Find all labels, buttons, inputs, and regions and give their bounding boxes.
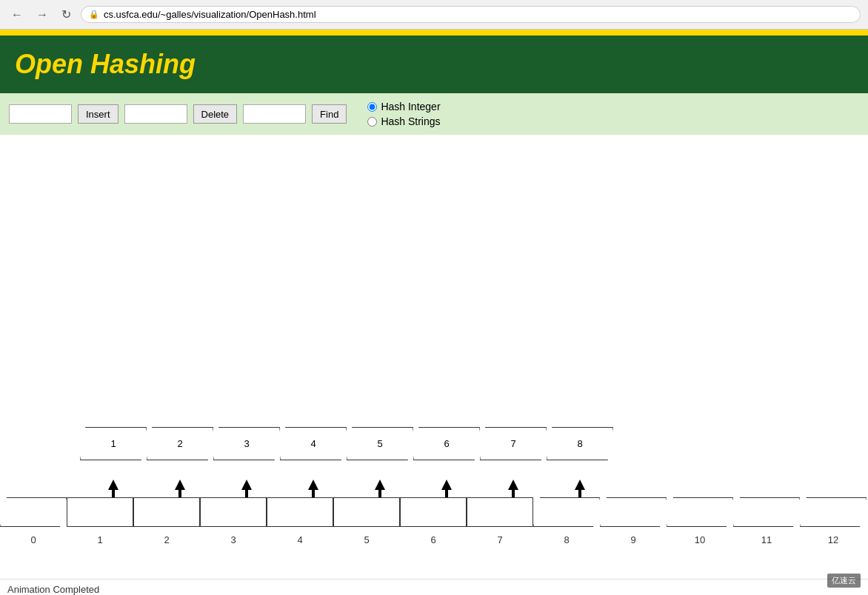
bucket-cell-4: 4 <box>280 427 347 460</box>
index-label-10: 10 <box>667 534 733 545</box>
cell-bg <box>667 497 733 527</box>
lock-icon: 🔒 <box>89 10 99 19</box>
arrow-up-icon <box>308 480 318 490</box>
bucket-label: 6 <box>444 438 449 449</box>
bucket-cell-1: 1 <box>80 427 147 460</box>
cell-bg <box>800 497 867 527</box>
delete-input[interactable] <box>124 104 187 124</box>
hash-cell-diag-8 <box>533 497 600 527</box>
page-title: Open Hashing <box>15 49 853 80</box>
arrow-up-icon <box>108 480 118 490</box>
bucket-label: 3 <box>244 438 249 449</box>
bucket-label: 7 <box>510 438 515 449</box>
arrow-up-icon <box>241 480 252 490</box>
arrow-cell-6 <box>413 480 480 490</box>
find-input[interactable] <box>243 104 306 124</box>
bucket-label: 1 <box>110 438 116 449</box>
index-label-11: 11 <box>733 534 800 545</box>
forward-button[interactable]: → <box>33 7 52 23</box>
arrow-cell-3 <box>213 480 280 490</box>
hash-strings-label[interactable]: Hash Strings <box>367 115 440 127</box>
hash-cell-7 <box>467 497 533 527</box>
arrow-up-icon <box>441 480 452 490</box>
hash-cell-5 <box>333 497 400 527</box>
browser-chrome: ← → ↻ 🔒 cs.usfca.edu/~galles/visualizati… <box>0 0 868 30</box>
index-label-12: 12 <box>800 534 867 545</box>
status-text: Animation Completed <box>7 584 99 595</box>
index-label-7: 7 <box>467 534 533 545</box>
url-text: cs.usfca.edu/~galles/visualization/OpenH… <box>104 9 316 20</box>
index-label-6: 6 <box>400 534 467 545</box>
bucket-cell-6: 6 <box>413 427 480 460</box>
buckets-row: 1 2 3 4 5 6 7 8 <box>80 427 613 460</box>
index-row: 0123456789101112 <box>0 534 867 545</box>
bucket-cell-3: 3 <box>213 427 280 460</box>
address-bar[interactable]: 🔒 cs.usfca.edu/~galles/visualization/Ope… <box>81 6 861 23</box>
insert-button[interactable]: Insert <box>78 104 118 124</box>
arrow-cell-2 <box>147 480 213 490</box>
arrow-cell-8 <box>547 480 613 490</box>
status-bar: Animation Completed <box>0 579 868 595</box>
arrow-up-icon <box>575 480 585 490</box>
index-label-9: 9 <box>600 534 667 545</box>
hash-cell-4 <box>267 497 333 527</box>
find-button[interactable]: Find <box>312 104 347 124</box>
arrows-row <box>80 480 613 490</box>
watermark: 亿速云 <box>827 574 861 588</box>
arrow-cell-5 <box>347 480 413 490</box>
index-label-0: 0 <box>0 534 67 545</box>
hash-cell-diag-9 <box>600 497 667 527</box>
hash-cell-1 <box>67 497 133 527</box>
hash-integer-radio[interactable] <box>367 102 377 112</box>
bucket-cell-8: 8 <box>547 427 613 460</box>
refresh-button[interactable]: ↻ <box>58 6 75 23</box>
arrow-cell-4 <box>280 480 347 490</box>
hash-integer-label[interactable]: Hash Integer <box>367 101 440 112</box>
index-label-3: 3 <box>200 534 267 545</box>
controls-bar: Insert Delete Find Hash Integer Hash Str… <box>0 93 868 135</box>
cell-bg <box>533 497 600 527</box>
bucket-cell-2: 2 <box>147 427 213 460</box>
index-label-8: 8 <box>533 534 600 545</box>
hash-cell-diag-11 <box>733 497 800 527</box>
index-label-5: 5 <box>333 534 400 545</box>
back-button[interactable]: ← <box>7 7 27 23</box>
index-label-4: 4 <box>267 534 333 545</box>
index-label-1: 1 <box>67 534 133 545</box>
bucket-label: 4 <box>310 438 316 449</box>
arrow-up-icon <box>375 480 385 490</box>
hash-type-group: Hash Integer Hash Strings <box>367 101 440 127</box>
arrow-cell-1 <box>80 480 147 490</box>
cell-bg <box>733 497 800 527</box>
delete-button[interactable]: Delete <box>193 104 238 124</box>
hash-cell-diag-12 <box>800 497 867 527</box>
bucket-label: 8 <box>577 438 582 449</box>
cell-bg <box>600 497 667 527</box>
bucket-label: 2 <box>177 438 182 449</box>
arrow-cell-7 <box>480 480 547 490</box>
hash-cell-6 <box>400 497 467 527</box>
yellow-accent-bar <box>0 30 868 36</box>
bucket-cell-7: 7 <box>480 427 547 460</box>
arrow-up-icon <box>175 480 185 490</box>
arrow-up-icon <box>508 480 518 490</box>
bucket-label: 5 <box>377 438 382 449</box>
page-header: Open Hashing <box>0 36 868 93</box>
hash-cell-diag-0 <box>0 497 67 527</box>
hash-strings-radio[interactable] <box>367 117 377 127</box>
cell-bg <box>0 497 67 527</box>
index-label-2: 2 <box>133 534 200 545</box>
insert-input[interactable] <box>9 104 72 124</box>
hash-cell-2 <box>133 497 200 527</box>
hash-cell-3 <box>200 497 267 527</box>
main-content: 1 2 3 4 5 6 7 8 0123456789101112 <box>0 135 868 579</box>
hash-table-row <box>0 497 868 527</box>
hash-cell-diag-10 <box>667 497 733 527</box>
bucket-cell-5: 5 <box>347 427 413 460</box>
